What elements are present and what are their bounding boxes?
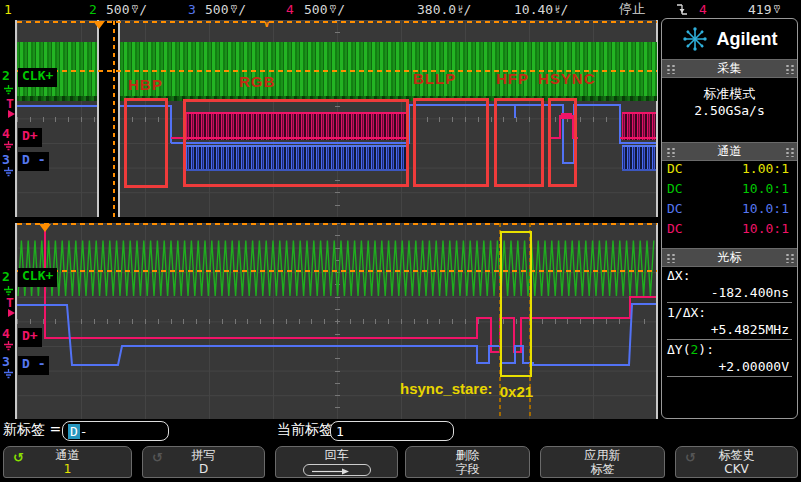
softkey-enter[interactable]: 回车 xyxy=(275,446,398,478)
rgb-box xyxy=(183,99,409,187)
coupling: DC xyxy=(667,221,683,241)
hsync-box xyxy=(548,98,577,187)
hfp-label: HFP xyxy=(496,70,529,87)
probe-ratio: 10.0:1 xyxy=(742,201,789,221)
divider xyxy=(667,376,792,377)
channel-3-marker: 3 xyxy=(2,153,10,166)
oscilloscope-screen: 1 2 500 mV / 3 500 mV / 4 500 mV / 380.0… xyxy=(0,0,801,482)
delta-y-value: +2.00000V xyxy=(667,358,792,375)
edit-cursor-highlight: D xyxy=(68,424,80,439)
channel-2-marker: 2 xyxy=(2,69,10,82)
probe-ratio: 1.00:1 xyxy=(742,161,789,181)
bllp-box xyxy=(413,98,489,187)
current-label-value: 1 xyxy=(336,424,344,439)
channel-4-marker: 4 xyxy=(2,327,10,340)
delta-x-label: ΔX: xyxy=(667,267,792,284)
brand-row: Agilent xyxy=(662,19,797,59)
channel-4-marker: 4 xyxy=(2,127,10,140)
current-label-input[interactable]: 1 xyxy=(330,421,454,441)
drag-handle-icon xyxy=(665,146,675,157)
hsync-state-value: 0x21 xyxy=(500,383,533,400)
trigger-marker-label: T xyxy=(6,296,14,309)
softkey-bottom-label: 字段 xyxy=(406,462,529,476)
trigger-level-line xyxy=(17,270,657,272)
clk-label: CLK+ xyxy=(18,68,57,87)
channel-row-2: DC 10.0:1 xyxy=(662,181,797,201)
trigger-position-marker xyxy=(93,21,105,29)
zoom-region-column xyxy=(99,21,118,217)
delta-x-value: -182.400ns xyxy=(667,284,792,301)
acquisition-title: 采集 xyxy=(678,60,781,77)
hbp-label: HBP xyxy=(128,76,163,93)
upper-window-top-line xyxy=(17,21,657,23)
ground-icon xyxy=(3,167,14,177)
drag-handle-icon xyxy=(665,63,675,74)
delta-y-label: ΔY(2): xyxy=(667,341,792,358)
channels-title: 通道 xyxy=(678,143,781,160)
drag-handle-icon xyxy=(784,146,794,157)
agilent-logo-icon xyxy=(682,26,708,52)
softkey-spell[interactable]: ↺ 拼写 D xyxy=(142,446,265,478)
acquisition-info: 标准模式 2.50GSa/s xyxy=(662,78,797,142)
channel-3-marker: 3 xyxy=(2,355,10,368)
dplus-label: D+ xyxy=(18,128,42,147)
hbp-box xyxy=(124,98,168,188)
cursors-header[interactable]: 光标 xyxy=(662,248,797,267)
inv-delta-x-value: +5.4825MHz xyxy=(667,321,792,338)
trigger-marker-arrow-icon xyxy=(8,110,15,118)
divider xyxy=(667,302,792,303)
rgb-label: RGB xyxy=(239,73,275,90)
trigger-marker-label: T xyxy=(6,97,14,110)
new-label-rest: - xyxy=(80,424,88,439)
softkey-top-label: 应用新 xyxy=(541,449,664,462)
ground-icon xyxy=(3,369,14,379)
channel-row-3: DC 10.0:1 xyxy=(662,201,797,221)
cursor-readouts: ΔX: -182.400ns 1/ΔX: +5.4825MHz ΔY(2): +… xyxy=(662,267,797,377)
softkey-top-label: 回车 xyxy=(276,449,397,462)
zoom-region-left-bracket[interactable] xyxy=(97,20,99,217)
cycle-icon: ↺ xyxy=(685,450,696,465)
softkey-top-label: 删除 xyxy=(406,449,529,462)
cycle-icon: ↺ xyxy=(13,450,24,465)
brand-name: Agilent xyxy=(717,29,778,50)
acquisition-mode: 标准模式 xyxy=(662,85,797,102)
ground-icon xyxy=(3,85,14,95)
softkey-apply-new-label[interactable]: 应用新 标签 xyxy=(540,446,665,478)
new-label-caption: 新标签 = xyxy=(3,421,61,443)
softkey-label-history[interactable]: ↺ 标签史 CKV xyxy=(675,446,798,478)
dminus-label: D - xyxy=(18,152,49,171)
softkey-bottom-label: 标签 xyxy=(541,462,664,476)
dminus-label: D - xyxy=(18,356,49,375)
softkey-channel[interactable]: ↺ 通道 1 xyxy=(3,446,132,478)
bllp-label: BLLP xyxy=(413,70,456,87)
drag-handle-icon xyxy=(784,252,794,263)
divider xyxy=(667,339,792,340)
trigger-marker-arrow-icon xyxy=(8,309,15,317)
drag-handle-icon xyxy=(665,252,675,263)
channel-row-1: DC 1.00:1 xyxy=(662,161,797,181)
zoom-region-right-bracket[interactable] xyxy=(118,20,120,217)
drag-handle-icon xyxy=(784,63,794,74)
new-label-input[interactable]: D - xyxy=(62,421,169,441)
softkey-delete-field[interactable]: 删除 字段 xyxy=(405,446,530,478)
hfp-box xyxy=(494,98,544,187)
coupling: DC xyxy=(667,181,683,201)
lower-window-top-line xyxy=(17,223,657,225)
enter-arrow-icon xyxy=(303,464,371,476)
trigger-position-marker xyxy=(39,224,51,232)
channels-header[interactable]: 通道 xyxy=(662,142,797,161)
hsync-highlight-box xyxy=(500,231,532,377)
cursors-title: 光标 xyxy=(678,249,781,266)
inv-delta-x-label: 1/ΔX: xyxy=(667,304,792,321)
dplus-label: D+ xyxy=(18,328,42,347)
coupling: DC xyxy=(667,161,683,181)
delay-reference-line xyxy=(113,21,115,217)
sample-rate: 2.50GSa/s xyxy=(662,102,797,119)
acquisition-header[interactable]: 采集 xyxy=(662,59,797,78)
channel-row-4: DC 10.0:1 xyxy=(662,221,797,241)
coupling: DC xyxy=(667,201,683,221)
ground-icon xyxy=(3,341,14,351)
channel-2-marker: 2 xyxy=(2,270,10,283)
ground-icon xyxy=(3,141,14,151)
info-sidebar: Agilent 采集 标准模式 2.50GSa/s 通道 DC 1.00:1 D… xyxy=(661,18,798,419)
